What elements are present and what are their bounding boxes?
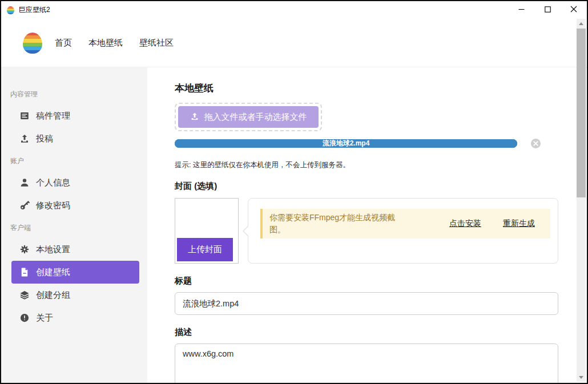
upload-tray-icon — [190, 112, 199, 123]
app-icon — [7, 6, 14, 14]
upload-cover-button[interactable]: 上传封面 — [177, 238, 233, 261]
maximize-button[interactable] — [534, 1, 561, 19]
sidebar-item-local-settings[interactable]: 本地设置 — [11, 238, 139, 261]
sidebar-section-content: 内容管理 — [1, 83, 147, 104]
upload-icon — [19, 134, 30, 144]
page-title: 本地壁纸 — [175, 82, 558, 95]
window-controls — [508, 1, 587, 19]
main-content: 本地壁纸 拖入文件或者手动选择文件 流浪地球2.mp4 提示: 这里的壁纸仅在你… — [147, 67, 587, 383]
sidebar-item-label: 稿件管理 — [36, 111, 70, 122]
cover-heading: 封面 (选填) — [175, 181, 558, 192]
window-title: 巨应壁纸2 — [19, 5, 50, 15]
progress-bar: 流浪地球2.mp4 — [175, 139, 517, 148]
app-window: 巨应壁纸2 首页 本地壁纸 壁纸社区 内容管理 — [0, 0, 588, 384]
ffmpeg-alert: 你需要安装FFmpeg才能生成视频截图。 点击安装 重新生成 — [260, 209, 550, 239]
sidebar-item-submit[interactable]: 投稿 — [11, 127, 139, 150]
sidebar-section-client: 客户端 — [1, 217, 147, 238]
close-button[interactable] — [561, 1, 587, 19]
sidebar-item-label: 投稿 — [36, 134, 53, 144]
sidebar-section-account: 账户 — [1, 150, 147, 171]
sidebar-item-about[interactable]: 关于 — [11, 306, 139, 329]
sidebar-item-label: 创建壁纸 — [36, 267, 70, 278]
sidebar-item-label: 关于 — [36, 313, 53, 324]
sidebar-item-change-password[interactable]: 修改密码 — [11, 194, 139, 217]
nav-local-wallpaper[interactable]: 本地壁纸 — [88, 38, 123, 48]
create-wallpaper-icon — [19, 267, 30, 277]
title-field-label: 标题 — [175, 276, 558, 286]
alert-links: 点击安装 重新生成 — [449, 219, 535, 229]
main-nav: 首页 本地壁纸 壁纸社区 — [55, 38, 174, 48]
sidebar-item-create-wallpaper[interactable]: 创建壁纸 — [11, 261, 139, 284]
close-circle-icon — [533, 139, 538, 148]
scrollbar-down-button[interactable] — [577, 373, 586, 382]
scrollbar-thumb[interactable] — [577, 29, 586, 197]
minimize-button[interactable] — [508, 1, 534, 19]
progress-filename: 流浪地球2.mp4 — [175, 139, 517, 148]
select-file-button[interactable]: 拖入文件或者手动选择文件 — [178, 106, 319, 128]
titlebar: 巨应壁纸2 — [1, 1, 587, 19]
about-icon — [19, 313, 30, 323]
scrollbar[interactable] — [577, 19, 586, 382]
scroll-down-icon — [579, 376, 583, 379]
description-textarea[interactable]: www.x6g.com — [175, 343, 558, 384]
gear-icon — [19, 244, 30, 254]
nav-home[interactable]: 首页 — [55, 38, 72, 48]
sidebar-item-label: 本地设置 — [36, 244, 70, 255]
description-field-label: 描述 — [175, 327, 558, 338]
article-icon — [19, 111, 30, 121]
sidebar-item-manuscripts[interactable]: 稿件管理 — [11, 104, 139, 127]
install-ffmpeg-link[interactable]: 点击安装 — [449, 219, 481, 229]
file-dropzone[interactable]: 拖入文件或者手动选择文件 — [175, 103, 322, 131]
remove-file-button[interactable] — [531, 139, 541, 148]
cover-row: 上传封面 你需要安装FFmpeg才能生成视频截图。 点击安装 重新生成 — [175, 198, 558, 264]
layers-icon — [19, 290, 30, 300]
minimize-icon — [518, 6, 525, 14]
key-icon — [19, 200, 30, 211]
sidebar-item-label: 修改密码 — [36, 200, 70, 211]
scroll-up-icon — [579, 22, 583, 25]
close-icon — [570, 6, 577, 14]
cover-alert-panel: 你需要安装FFmpeg才能生成视频截图。 点击安装 重新生成 — [248, 198, 558, 264]
select-file-label: 拖入文件或者手动选择文件 — [204, 112, 307, 123]
title-input[interactable] — [175, 292, 558, 315]
sidebar-item-label: 个人信息 — [36, 177, 70, 188]
maximize-icon — [545, 6, 551, 14]
app-logo-icon — [23, 33, 42, 54]
sidebar-item-profile[interactable]: 个人信息 — [11, 171, 139, 194]
local-use-hint: 提示: 这里的壁纸仅在你本机使用，不会上传到服务器。 — [175, 160, 558, 170]
ffmpeg-alert-message: 你需要安装FFmpeg才能生成视频截图。 — [269, 212, 402, 236]
upload-progress-row: 流浪地球2.mp4 — [175, 139, 558, 148]
person-icon — [19, 177, 30, 188]
sidebar-item-label: 创建分组 — [36, 290, 70, 301]
body-layout: 内容管理 稿件管理 投稿 账户 个人信息 — [1, 67, 587, 383]
sidebar: 内容管理 稿件管理 投稿 账户 个人信息 — [1, 67, 147, 383]
app-header: 首页 本地壁纸 壁纸社区 — [1, 19, 587, 67]
cover-preview-box: 上传封面 — [175, 198, 239, 264]
scrollbar-up-button[interactable] — [577, 19, 586, 28]
nav-wallpaper-community[interactable]: 壁纸社区 — [139, 38, 174, 48]
sidebar-item-create-group[interactable]: 创建分组 — [11, 284, 139, 306]
regenerate-link[interactable]: 重新生成 — [503, 219, 535, 229]
